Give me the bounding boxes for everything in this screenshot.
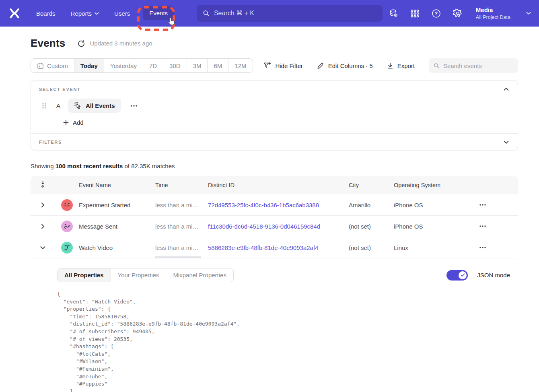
filters-label: FILTERS	[39, 140, 62, 144]
events-page: Events Updated 3 minutes ago Custom Toda…	[31, 37, 518, 392]
search-events-field[interactable]	[429, 58, 518, 73]
edit-columns-button[interactable]: Edit Columns · 5	[317, 62, 373, 69]
calendar-icon	[37, 62, 44, 69]
event-avatar	[61, 242, 73, 254]
table-row-expanded: Watch Video less than a min... 5886283e-…	[31, 237, 518, 258]
collapse-row-button[interactable]	[39, 244, 47, 251]
cell-city: (not set)	[349, 244, 394, 251]
chevron-up-icon	[504, 87, 509, 91]
cell-distinct-id[interactable]: 5886283e-e9fb-48fb-81de-40e9093a2af4	[208, 244, 349, 251]
download-icon	[387, 62, 393, 69]
horizontal-scrollbar[interactable]	[155, 256, 201, 258]
results-summary: Showing 100 most recent results of 82.35…	[31, 163, 518, 169]
chevron-down-icon	[95, 12, 99, 15]
sparkle-cursor-icon	[74, 102, 82, 109]
date-range-7d[interactable]: 7D	[143, 59, 163, 72]
cell-city: Amarillo	[349, 202, 394, 208]
date-range-12m[interactable]: 12M	[228, 59, 252, 72]
global-search[interactable]	[197, 5, 383, 22]
column-header-event-name[interactable]: Event Name	[79, 182, 155, 188]
refresh-button[interactable]	[77, 39, 85, 47]
date-range-3m[interactable]: 3M	[187, 59, 208, 72]
expand-filters-button[interactable]	[503, 140, 510, 145]
expand-row-button[interactable]	[39, 222, 46, 231]
apps-grid-icon[interactable]	[410, 8, 420, 18]
date-range-custom[interactable]: Custom	[31, 59, 74, 72]
ellipsis-icon	[479, 225, 486, 227]
funnel-plus-icon	[263, 62, 271, 69]
chevron-down-icon	[504, 140, 509, 144]
chevron-down-icon	[40, 246, 45, 250]
column-header-city[interactable]: City	[349, 182, 394, 188]
ellipsis-icon	[130, 105, 138, 107]
cell-city: (not set)	[349, 223, 394, 230]
date-range-yesterday[interactable]: Yesterday	[104, 59, 143, 72]
export-button[interactable]: Export	[387, 62, 415, 69]
cell-time: less than a min...	[155, 244, 208, 251]
table-row: Message Sent less than a min... f11c30d6…	[31, 216, 518, 237]
nav-item-users[interactable]: Users	[114, 10, 130, 17]
query-builder-card: SELECT EVENT A All Events Add	[31, 80, 518, 151]
workspace-name: Media	[476, 6, 510, 14]
row-actions-button[interactable]	[475, 225, 486, 227]
event-options-button[interactable]	[129, 103, 139, 109]
add-event-button[interactable]: Add	[63, 119, 518, 126]
collapse-section-button[interactable]	[503, 87, 510, 92]
row-actions-button[interactable]	[475, 204, 486, 206]
mixpanel-logo-icon[interactable]	[8, 7, 21, 19]
select-event-label: SELECT EVENT	[39, 87, 81, 92]
tab-mixpanel-properties[interactable]: Mixpanel Properties	[166, 268, 233, 282]
row-actions-button[interactable]	[475, 246, 486, 249]
column-header-time[interactable]: Time	[155, 182, 208, 188]
column-header-os[interactable]: Operating System	[394, 182, 475, 188]
nav-item-events[interactable]: Events	[143, 6, 174, 20]
date-range-today[interactable]: Today	[74, 59, 104, 72]
nav-item-reports[interactable]: Reports	[71, 10, 99, 17]
global-search-input[interactable]	[214, 10, 376, 17]
drag-handle-icon[interactable]	[41, 102, 47, 109]
ellipsis-icon	[479, 204, 486, 206]
column-header-distinct-id[interactable]: Distinct ID	[208, 182, 349, 188]
json-mode-control: JSON mode	[446, 270, 510, 281]
search-icon	[434, 62, 440, 69]
settings-gear-icon[interactable]	[453, 8, 463, 18]
event-selector-row: A All Events	[41, 99, 518, 113]
tab-your-properties[interactable]: Your Properties	[111, 268, 166, 282]
top-navbar: Boards Reports Users Events	[0, 0, 539, 27]
date-range-6m[interactable]: 6M	[207, 59, 228, 72]
chevron-right-icon	[41, 224, 45, 229]
cell-event-name: Watch Video	[79, 244, 155, 251]
tab-all-properties[interactable]: All Properties	[58, 268, 111, 282]
help-icon[interactable]: ?	[432, 8, 441, 18]
json-mode-toggle[interactable]	[446, 270, 468, 281]
cell-event-name: Message Sent	[79, 223, 155, 230]
date-range-30d[interactable]: 30D	[163, 59, 187, 72]
sort-time-icon[interactable]	[40, 181, 45, 190]
cell-event-name: Experiment Started	[79, 202, 155, 208]
event-json-viewer[interactable]: { "event": "Watch Video", "properties": …	[57, 291, 510, 392]
data-connections-icon[interactable]	[389, 8, 399, 18]
cell-os: iPhone OS	[394, 202, 475, 208]
updated-timestamp: Updated 3 minutes ago	[90, 40, 152, 47]
event-avatar	[61, 221, 73, 232]
hide-filter-button[interactable]: Hide Filter	[263, 62, 302, 69]
table-row: Experiment Started less than a min... 72…	[31, 194, 518, 216]
cell-distinct-id[interactable]: 72d49553-25fc-4f0c-b436-1b5ac6ab3388	[208, 202, 349, 208]
table-toolbar: Hide Filter Edit Columns · 5 Export	[263, 58, 518, 73]
all-events-selector[interactable]: All Events	[68, 99, 121, 113]
chevron-right-icon	[41, 202, 45, 208]
json-mode-label: JSON mode	[477, 272, 510, 279]
cell-os: Linux	[394, 244, 475, 251]
table-header: Event Name Time Distinct ID City Operati…	[31, 176, 518, 194]
search-events-input[interactable]	[443, 62, 513, 69]
event-row-letter: A	[56, 102, 60, 109]
workspace-switcher[interactable]: Media All Project Data	[476, 6, 510, 21]
expand-row-button[interactable]	[39, 201, 46, 209]
date-range-control: Custom Today Yesterday 7D 30D 3M 6M 12M	[31, 58, 253, 73]
cell-distinct-id[interactable]: f11c30d6-dc6d-4518-9136-0d046159c84d	[208, 223, 349, 230]
workspace-chevron-down-icon[interactable]	[526, 12, 531, 15]
cell-time: less than a min...	[155, 202, 208, 208]
toggle-knob	[459, 271, 467, 279]
nav-item-boards[interactable]: Boards	[36, 10, 56, 17]
cell-os: iPhone OS	[394, 223, 475, 230]
